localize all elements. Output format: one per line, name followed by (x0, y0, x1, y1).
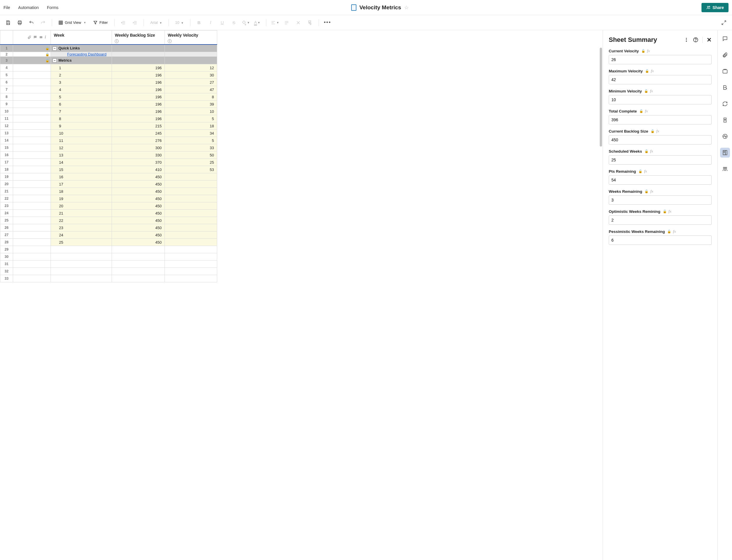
menu-forms[interactable]: Forms (47, 5, 58, 10)
cell-velocity[interactable]: 8 (165, 93, 217, 101)
cell-velocity[interactable]: 33 (165, 144, 217, 151)
cell-velocity[interactable] (165, 202, 217, 210)
text-color-icon[interactable]: A▼ (253, 18, 262, 27)
comment-icon[interactable] (33, 35, 37, 39)
cell-backlog[interactable]: 196 (112, 72, 165, 79)
cell-velocity[interactable] (165, 268, 217, 275)
cell-velocity[interactable]: 27 (165, 79, 217, 86)
table-row[interactable]: 7419647 (0, 86, 217, 93)
resource-management-icon[interactable] (720, 164, 730, 174)
table-row[interactable]: 151230033 (0, 144, 217, 151)
activity-log-icon[interactable] (720, 131, 730, 141)
proof-icon[interactable] (39, 35, 43, 39)
grid-view-button[interactable]: Grid View ▼ (56, 19, 88, 26)
cell-velocity[interactable]: 18 (165, 122, 217, 130)
cell-week[interactable] (51, 253, 112, 261)
cell-backlog[interactable] (112, 246, 165, 253)
cell-backlog[interactable]: 196 (112, 79, 165, 86)
cell-week[interactable]: 10 (51, 130, 112, 137)
table-row[interactable]: 2219450 (0, 195, 217, 202)
cell-backlog[interactable] (112, 275, 165, 282)
cell-week[interactable]: 1 (51, 64, 112, 72)
wrap-icon[interactable] (282, 18, 291, 27)
cell-week[interactable] (51, 268, 112, 275)
menu-file[interactable]: File (3, 5, 10, 10)
table-row[interactable]: 131024534 (0, 130, 217, 137)
table-row[interactable]: 31 (0, 261, 217, 268)
cell-backlog[interactable]: 450 (112, 188, 165, 195)
summary-field-input[interactable] (609, 95, 712, 104)
cell-week[interactable]: 14 (51, 159, 112, 166)
conversations-icon[interactable] (720, 34, 730, 44)
cell-backlog[interactable]: 370 (112, 159, 165, 166)
summary-field-input[interactable] (609, 236, 712, 245)
cell-week[interactable]: 23 (51, 224, 112, 231)
cell-velocity[interactable]: 53 (165, 166, 217, 173)
table-row[interactable]: 1181965 (0, 115, 217, 122)
table-row[interactable]: 161333050 (0, 151, 217, 159)
fill-color-icon[interactable]: ▼ (241, 18, 250, 27)
table-row[interactable]: 2522450 (0, 217, 217, 224)
cell-week[interactable]: 5 (51, 93, 112, 101)
section-row-metrics[interactable]: 3 🔒 −Metrics (0, 57, 217, 64)
section-row-quick-links[interactable]: 1 🔒 −Quick Links (0, 44, 217, 52)
cell-week[interactable]: 24 (51, 231, 112, 239)
cell-velocity[interactable] (165, 239, 217, 246)
summary-field-input[interactable] (609, 135, 712, 145)
cell-week[interactable]: 20 (51, 202, 112, 210)
cell-velocity[interactable]: 12 (165, 64, 217, 72)
expand-icon[interactable] (719, 18, 729, 27)
update-requests-icon[interactable] (720, 99, 730, 109)
table-row[interactable]: 32 (0, 268, 217, 275)
cell-backlog[interactable]: 410 (112, 166, 165, 173)
table-row[interactable]: 14112765 (0, 137, 217, 144)
cell-backlog[interactable]: 450 (112, 181, 165, 188)
collapse-toggle[interactable]: − (53, 58, 57, 63)
cell-velocity[interactable] (165, 246, 217, 253)
table-row[interactable]: 4119612 (0, 64, 217, 72)
cell-velocity[interactable] (165, 210, 217, 217)
cell-backlog[interactable]: 196 (112, 101, 165, 108)
cell-week[interactable]: 3 (51, 79, 112, 86)
cell-backlog[interactable] (112, 268, 165, 275)
cell-velocity[interactable] (165, 173, 217, 181)
cell-week[interactable]: 19 (51, 195, 112, 202)
italic-icon[interactable]: I (206, 18, 216, 27)
cell-velocity[interactable]: 50 (165, 151, 217, 159)
cell-backlog[interactable]: 300 (112, 144, 165, 151)
cell-velocity[interactable] (165, 224, 217, 231)
cell-backlog[interactable]: 196 (112, 115, 165, 122)
font-size-select[interactable]: 10 ▼ (173, 19, 186, 26)
cell-backlog[interactable]: 196 (112, 86, 165, 93)
underline-icon[interactable]: U (218, 18, 227, 27)
cell-week[interactable]: 9 (51, 122, 112, 130)
font-select[interactable]: Arial ▼ (148, 19, 165, 26)
cell-backlog[interactable]: 215 (112, 122, 165, 130)
summary-field-input[interactable] (609, 75, 712, 84)
cell-velocity[interactable]: 5 (165, 137, 217, 144)
grid-container[interactable]: i Week Weekly Backlog Sizei Weekly Veloc… (0, 30, 603, 560)
cell-week[interactable]: 6 (51, 101, 112, 108)
attachment-icon[interactable] (27, 35, 31, 39)
save-icon[interactable] (3, 18, 13, 27)
table-row[interactable]: 5219630 (0, 72, 217, 79)
cell-week[interactable]: 11 (51, 137, 112, 144)
bold-icon[interactable]: B (195, 18, 204, 27)
table-row[interactable]: 9619639 (0, 101, 217, 108)
format-painter-icon[interactable] (305, 18, 315, 27)
proofs-icon[interactable] (720, 66, 730, 76)
cell-backlog[interactable]: 450 (112, 202, 165, 210)
info-icon[interactable]: i (168, 39, 172, 43)
cell-backlog[interactable]: 450 (112, 210, 165, 217)
section-label[interactable]: −Metrics (51, 57, 112, 64)
table-row[interactable]: 2118450 (0, 188, 217, 195)
link-cell[interactable]: Forecasting Dashboard (51, 52, 112, 57)
filter-button[interactable]: Filter (91, 19, 110, 26)
cell-week[interactable]: 22 (51, 217, 112, 224)
cell-velocity[interactable] (165, 188, 217, 195)
cell-velocity[interactable]: 25 (165, 159, 217, 166)
cell-week[interactable]: 16 (51, 173, 112, 181)
cell-week[interactable] (51, 261, 112, 268)
brandfolder-icon[interactable] (720, 83, 730, 92)
cell-week[interactable]: 13 (51, 151, 112, 159)
